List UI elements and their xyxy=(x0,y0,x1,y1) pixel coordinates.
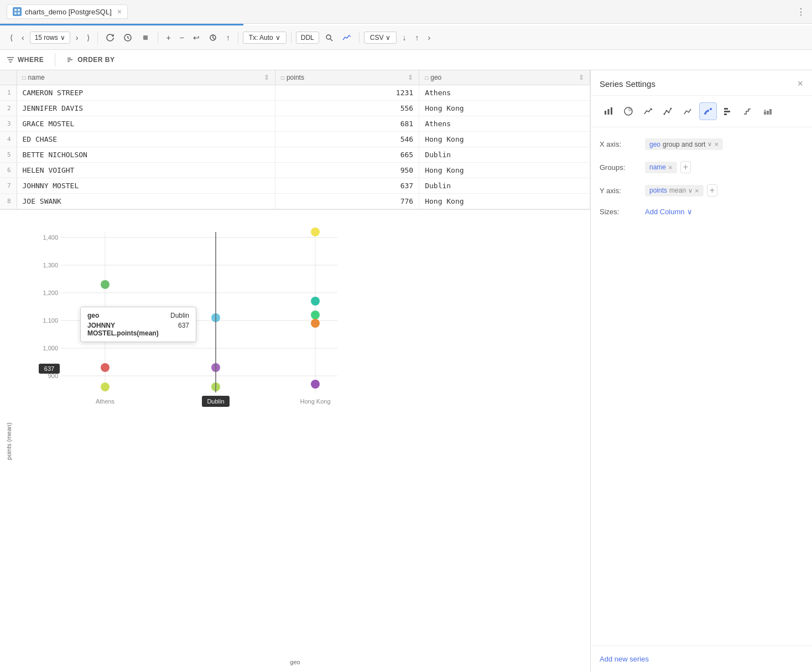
points-cell[interactable]: 556 xyxy=(275,101,419,116)
row-number: 5 xyxy=(0,147,17,163)
chart-type-bar-btn[interactable] xyxy=(600,102,617,120)
points-cell[interactable]: 950 xyxy=(275,163,419,178)
x-axis-remove-btn[interactable]: × xyxy=(714,140,719,148)
more-btn[interactable]: › xyxy=(424,31,434,44)
geo-col-header[interactable]: □ geo ⇕ xyxy=(419,70,590,85)
points-cell[interactable]: 637 xyxy=(275,178,419,194)
table-row[interactable]: 6 HELEN VOIGHT 950 Hong Kong xyxy=(0,163,590,178)
ddl-btn[interactable]: DDL xyxy=(296,32,319,44)
next-page-btn[interactable]: › xyxy=(72,31,82,44)
geo-cell[interactable]: Dublin xyxy=(419,147,590,163)
chart-type-scatter-btn[interactable] xyxy=(699,102,717,120)
geo-cell[interactable]: Hong Kong xyxy=(419,194,590,209)
tab-close-btn[interactable]: × xyxy=(117,7,122,16)
x-axis-tag[interactable]: geo group and sort ∨ × xyxy=(645,138,723,150)
add-row-btn[interactable]: + xyxy=(163,31,174,44)
table-row[interactable]: 1 CAMERON STREEP 1231 Athens xyxy=(0,85,590,101)
csv-selector[interactable]: CSV ∨ xyxy=(364,32,397,44)
where-section: WHERE xyxy=(7,56,44,64)
name-cell[interactable]: BETTE NICHOLSON xyxy=(17,147,275,163)
data-point[interactable] xyxy=(101,382,110,391)
chart-type-line-btn[interactable] xyxy=(659,102,677,120)
data-point[interactable] xyxy=(311,319,320,328)
sort-btn[interactable]: ↑ xyxy=(223,31,233,44)
geo-cell[interactable]: Athens xyxy=(419,85,590,101)
name-cell[interactable]: GRACE MOSTEL xyxy=(17,116,275,132)
points-cell[interactable]: 546 xyxy=(275,132,419,147)
y-axis-tag[interactable]: points mean ∨ × xyxy=(645,185,704,197)
groups-remove-btn[interactable]: × xyxy=(668,163,673,172)
geo-col-sort[interactable]: ⇕ xyxy=(579,74,584,81)
first-page-btn[interactable]: ⟨ xyxy=(7,31,16,44)
name-cell[interactable]: CAMERON STREEP xyxy=(17,85,275,101)
points-cell[interactable]: 1231 xyxy=(275,85,419,101)
download-btn[interactable]: ↓ xyxy=(399,31,409,44)
stop-btn[interactable] xyxy=(138,31,153,44)
chart-type-hbar-btn[interactable] xyxy=(719,102,737,120)
undo-btn[interactable]: ↩ xyxy=(190,31,203,44)
y-axis-chevron[interactable]: ∨ xyxy=(688,187,693,194)
sizes-add-column-btn[interactable]: Add Column ∨ xyxy=(645,208,693,216)
geo-cell[interactable]: Hong Kong xyxy=(419,132,590,147)
groups-row: Groups: name × + xyxy=(591,156,812,179)
table-row[interactable]: 7 JOHNNY MOSTEL 637 Dublin xyxy=(0,178,590,194)
geo-cell[interactable]: Hong Kong xyxy=(419,163,590,178)
data-point[interactable] xyxy=(311,228,320,236)
points-cell[interactable]: 665 xyxy=(275,147,419,163)
chart-type-line2-btn[interactable] xyxy=(679,102,697,120)
table-row[interactable]: 8 JOE SWANK 776 Hong Kong xyxy=(0,194,590,209)
chart-type-stacked-btn[interactable] xyxy=(759,102,777,120)
groups-tag[interactable]: name × xyxy=(645,162,677,173)
y-axis-add-btn[interactable]: + xyxy=(707,184,717,197)
tab-charts-demo[interactable]: charts_demo [PostgreSQL] × xyxy=(7,4,128,19)
data-point[interactable] xyxy=(311,297,320,306)
window-menu-btn[interactable]: ⋮ xyxy=(797,7,805,17)
points-col-sort[interactable]: ⇕ xyxy=(408,74,413,81)
points-cell[interactable]: 776 xyxy=(275,194,419,209)
refresh-btn[interactable] xyxy=(102,31,118,44)
chart-type-pie-btn[interactable] xyxy=(620,102,637,120)
name-cell[interactable]: JOE SWANK xyxy=(17,194,275,209)
geo-cell[interactable]: Hong Kong xyxy=(419,101,590,116)
data-point[interactable] xyxy=(311,380,320,389)
data-point[interactable] xyxy=(101,280,110,289)
name-col-icon: □ xyxy=(23,75,26,81)
x-axis-chevron[interactable]: ∨ xyxy=(707,141,712,148)
points-cell[interactable]: 681 xyxy=(275,116,419,132)
copy-btn[interactable] xyxy=(205,31,221,44)
delete-row-btn[interactable]: − xyxy=(176,31,188,44)
prev-page-btn[interactable]: ‹ xyxy=(18,31,28,44)
rows-selector[interactable]: 15 rows ∨ xyxy=(30,32,70,44)
name-cell[interactable]: ED CHASE xyxy=(17,132,275,147)
data-point[interactable] xyxy=(311,311,320,319)
geo-cell[interactable]: Dublin xyxy=(419,178,590,194)
svg-rect-47 xyxy=(724,111,730,112)
search-btn[interactable] xyxy=(321,31,337,44)
groups-add-btn[interactable]: + xyxy=(680,161,691,173)
upload-btn[interactable]: ↑ xyxy=(412,31,422,44)
chart-type-step-btn[interactable] xyxy=(739,102,757,120)
y-axis-remove-btn[interactable]: × xyxy=(695,187,699,195)
x-axis-label: X axis: xyxy=(600,140,638,148)
chart-type-area-btn[interactable] xyxy=(639,102,657,120)
name-cell[interactable]: JENNIFER DAVIS xyxy=(17,101,275,116)
history-btn[interactable] xyxy=(120,31,136,44)
add-series-btn[interactable]: Add new series xyxy=(600,655,649,663)
table-row[interactable]: 5 BETTE NICHOLSON 665 Dublin xyxy=(0,147,590,163)
points-col-header[interactable]: □ points ⇕ xyxy=(275,70,419,85)
data-point[interactable] xyxy=(101,363,110,372)
transaction-selector[interactable]: Tx: Auto ∨ xyxy=(243,32,287,44)
table-row[interactable]: 2 JENNIFER DAVIS 556 Hong Kong xyxy=(0,101,590,116)
series-settings-close-btn[interactable]: × xyxy=(797,78,803,90)
name-cell[interactable]: HELEN VOIGHT xyxy=(17,163,275,178)
name-cell[interactable]: JOHNNY MOSTEL xyxy=(17,178,275,194)
svg-text:1,000: 1,000 xyxy=(43,345,58,351)
chart-btn[interactable] xyxy=(339,31,355,44)
geo-cell[interactable]: Athens xyxy=(419,116,590,132)
last-page-btn[interactable]: ⟩ xyxy=(84,31,93,44)
chart-types-row xyxy=(591,96,812,127)
name-col-header[interactable]: □ name ⇕ xyxy=(17,70,275,85)
table-row[interactable]: 4 ED CHASE 546 Hong Kong xyxy=(0,132,590,147)
name-col-sort[interactable]: ⇕ xyxy=(264,74,269,81)
table-row[interactable]: 3 GRACE MOSTEL 681 Athens xyxy=(0,116,590,132)
